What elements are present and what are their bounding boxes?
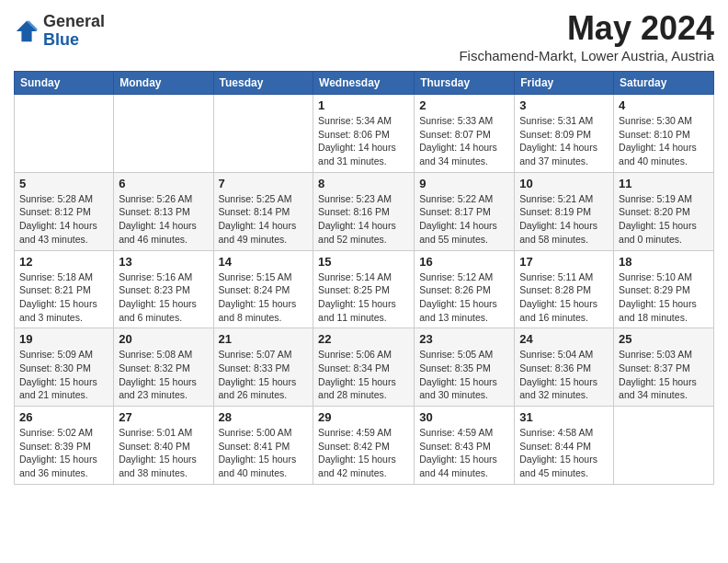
day-number: 3 [519, 98, 609, 112]
logo-blue-text: Blue [43, 31, 105, 50]
calendar-empty-cell [114, 95, 213, 173]
day-number: 31 [519, 410, 609, 424]
calendar: SundayMondayTuesdayWednesdayThursdayFrid… [14, 71, 714, 485]
calendar-day-cell: 16Sunrise: 5:12 AMSunset: 8:26 PMDayligh… [415, 250, 515, 328]
calendar-empty-cell [614, 407, 714, 485]
day-number: 22 [318, 332, 409, 346]
calendar-day-cell: 30Sunrise: 4:59 AMSunset: 8:43 PMDayligh… [415, 407, 515, 485]
day-info: Sunrise: 5:07 AMSunset: 8:33 PMDaylight:… [219, 348, 309, 402]
day-info: Sunrise: 5:01 AMSunset: 8:40 PMDaylight:… [119, 426, 208, 480]
calendar-day-cell: 27Sunrise: 5:01 AMSunset: 8:40 PMDayligh… [114, 407, 213, 485]
day-number: 16 [419, 255, 509, 269]
day-info: Sunrise: 5:26 AMSunset: 8:13 PMDaylight:… [119, 192, 208, 247]
calendar-day-cell: 17Sunrise: 5:11 AMSunset: 8:28 PMDayligh… [515, 250, 614, 328]
day-info: Sunrise: 5:28 AMSunset: 8:12 PMDaylight:… [19, 192, 108, 247]
day-info: Sunrise: 5:15 AMSunset: 8:24 PMDaylight:… [219, 270, 309, 325]
calendar-day-cell: 23Sunrise: 5:05 AMSunset: 8:35 PMDayligh… [415, 328, 515, 407]
day-number: 11 [619, 177, 709, 190]
calendar-week-row: 19Sunrise: 5:09 AMSunset: 8:30 PMDayligh… [15, 328, 714, 407]
calendar-day-cell: 29Sunrise: 4:59 AMSunset: 8:42 PMDayligh… [313, 407, 415, 485]
calendar-day-cell: 20Sunrise: 5:08 AMSunset: 8:32 PMDayligh… [114, 328, 213, 407]
svg-marker-0 [17, 21, 37, 41]
day-number: 18 [619, 255, 709, 269]
day-info: Sunrise: 5:31 AMSunset: 8:09 PMDaylight:… [519, 114, 609, 168]
day-number: 8 [318, 177, 409, 190]
day-info: Sunrise: 4:59 AMSunset: 8:42 PMDaylight:… [318, 426, 409, 480]
day-info: Sunrise: 5:30 AMSunset: 8:10 PMDaylight:… [619, 114, 709, 168]
weekday-header-monday: Monday [114, 72, 213, 95]
day-info: Sunrise: 5:11 AMSunset: 8:28 PMDaylight:… [519, 270, 609, 325]
day-number: 2 [419, 98, 509, 112]
calendar-day-cell: 2Sunrise: 5:33 AMSunset: 8:07 PMDaylight… [415, 95, 515, 173]
day-info: Sunrise: 5:05 AMSunset: 8:35 PMDaylight:… [419, 348, 509, 402]
calendar-day-cell: 28Sunrise: 5:00 AMSunset: 8:41 PMDayligh… [213, 407, 313, 485]
logo-general-text: General [43, 13, 105, 31]
day-info: Sunrise: 5:00 AMSunset: 8:41 PMDaylight:… [219, 426, 309, 480]
day-info: Sunrise: 5:02 AMSunset: 8:39 PMDaylight:… [19, 426, 108, 480]
calendar-day-cell: 18Sunrise: 5:10 AMSunset: 8:29 PMDayligh… [614, 250, 714, 328]
calendar-day-cell: 3Sunrise: 5:31 AMSunset: 8:09 PMDaylight… [515, 95, 614, 173]
day-number: 17 [519, 255, 609, 269]
calendar-day-cell: 22Sunrise: 5:06 AMSunset: 8:34 PMDayligh… [313, 328, 415, 407]
day-info: Sunrise: 5:18 AMSunset: 8:21 PMDaylight:… [19, 270, 108, 325]
day-number: 21 [219, 332, 309, 346]
day-number: 19 [19, 332, 108, 346]
day-info: Sunrise: 5:12 AMSunset: 8:26 PMDaylight:… [419, 270, 509, 325]
calendar-day-cell: 10Sunrise: 5:21 AMSunset: 8:19 PMDayligh… [515, 172, 614, 250]
calendar-day-cell: 14Sunrise: 5:15 AMSunset: 8:24 PMDayligh… [213, 250, 313, 328]
day-number: 28 [219, 410, 309, 424]
calendar-week-row: 12Sunrise: 5:18 AMSunset: 8:21 PMDayligh… [15, 250, 714, 328]
day-info: Sunrise: 5:08 AMSunset: 8:32 PMDaylight:… [119, 348, 208, 402]
day-info: Sunrise: 5:14 AMSunset: 8:25 PMDaylight:… [318, 270, 409, 325]
calendar-day-cell: 19Sunrise: 5:09 AMSunset: 8:30 PMDayligh… [15, 328, 114, 407]
calendar-day-cell: 1Sunrise: 5:34 AMSunset: 8:06 PMDaylight… [313, 95, 415, 173]
day-info: Sunrise: 5:06 AMSunset: 8:34 PMDaylight:… [318, 348, 409, 402]
day-number: 9 [419, 177, 509, 190]
calendar-day-cell: 6Sunrise: 5:26 AMSunset: 8:13 PMDaylight… [114, 172, 213, 250]
calendar-day-cell: 26Sunrise: 5:02 AMSunset: 8:39 PMDayligh… [15, 407, 114, 485]
calendar-day-cell: 5Sunrise: 5:28 AMSunset: 8:12 PMDaylight… [15, 172, 114, 250]
calendar-day-cell: 9Sunrise: 5:22 AMSunset: 8:17 PMDaylight… [415, 172, 515, 250]
day-info: Sunrise: 5:25 AMSunset: 8:14 PMDaylight:… [219, 192, 309, 247]
day-number: 27 [119, 410, 208, 424]
day-info: Sunrise: 5:22 AMSunset: 8:17 PMDaylight:… [419, 192, 509, 247]
weekday-header-friday: Friday [515, 72, 614, 95]
day-number: 23 [419, 332, 509, 346]
weekday-header-wednesday: Wednesday [313, 72, 415, 95]
calendar-day-cell: 4Sunrise: 5:30 AMSunset: 8:10 PMDaylight… [614, 95, 714, 173]
day-number: 5 [19, 177, 108, 190]
calendar-day-cell: 13Sunrise: 5:16 AMSunset: 8:23 PMDayligh… [114, 250, 213, 328]
weekday-header-sunday: Sunday [15, 72, 114, 95]
day-info: Sunrise: 5:23 AMSunset: 8:16 PMDaylight:… [318, 192, 409, 247]
calendar-day-cell: 25Sunrise: 5:03 AMSunset: 8:37 PMDayligh… [614, 328, 714, 407]
day-info: Sunrise: 5:03 AMSunset: 8:37 PMDaylight:… [619, 348, 709, 402]
calendar-day-cell: 8Sunrise: 5:23 AMSunset: 8:16 PMDaylight… [313, 172, 415, 250]
calendar-week-row: 1Sunrise: 5:34 AMSunset: 8:06 PMDaylight… [15, 95, 714, 173]
day-number: 20 [119, 332, 208, 346]
day-number: 30 [419, 410, 509, 424]
day-number: 6 [119, 177, 208, 190]
calendar-day-cell: 12Sunrise: 5:18 AMSunset: 8:21 PMDayligh… [15, 250, 114, 328]
title-area: May 2024 Fischamend-Markt, Lower Austria… [459, 9, 714, 63]
day-number: 13 [119, 255, 208, 269]
day-info: Sunrise: 5:33 AMSunset: 8:07 PMDaylight:… [419, 114, 509, 168]
day-number: 7 [219, 177, 309, 190]
calendar-empty-cell [15, 95, 114, 173]
page-header: General Blue May 2024 Fischamend-Markt, … [14, 9, 714, 63]
calendar-empty-cell [213, 95, 313, 173]
day-info: Sunrise: 5:04 AMSunset: 8:36 PMDaylight:… [519, 348, 609, 402]
weekday-header-thursday: Thursday [415, 72, 515, 95]
day-number: 1 [318, 98, 409, 112]
day-info: Sunrise: 5:10 AMSunset: 8:29 PMDaylight:… [619, 270, 709, 325]
month-title: May 2024 [459, 9, 714, 48]
day-number: 12 [19, 255, 108, 269]
calendar-day-cell: 24Sunrise: 5:04 AMSunset: 8:36 PMDayligh… [515, 328, 614, 407]
calendar-day-cell: 11Sunrise: 5:19 AMSunset: 8:20 PMDayligh… [614, 172, 714, 250]
logo-icon [14, 18, 40, 44]
day-number: 29 [318, 410, 409, 424]
day-info: Sunrise: 5:16 AMSunset: 8:23 PMDaylight:… [119, 270, 208, 325]
day-number: 26 [19, 410, 108, 424]
location-title: Fischamend-Markt, Lower Austria, Austria [459, 48, 714, 63]
weekday-header-saturday: Saturday [614, 72, 714, 95]
day-info: Sunrise: 5:19 AMSunset: 8:20 PMDaylight:… [619, 192, 709, 247]
